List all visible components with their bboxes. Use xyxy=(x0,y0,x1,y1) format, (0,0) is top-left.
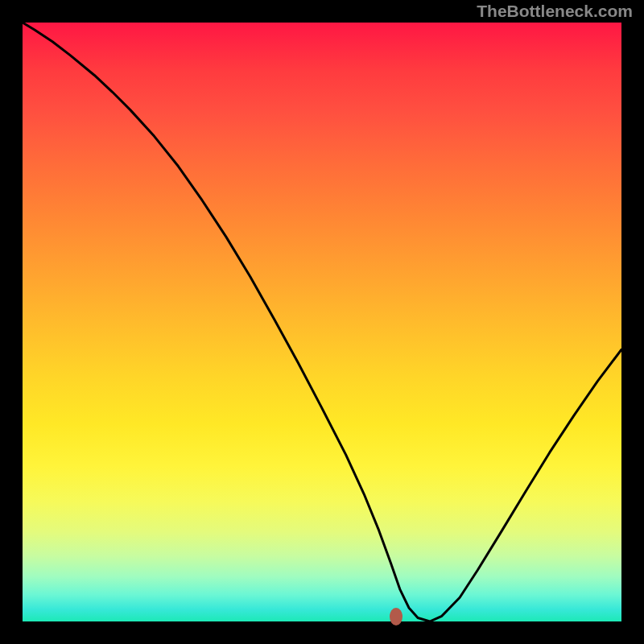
plot-area xyxy=(23,23,621,621)
curve-path xyxy=(23,23,621,621)
curve-line xyxy=(23,23,621,621)
watermark-text: TheBottleneck.com xyxy=(477,2,633,21)
min-marker xyxy=(390,608,402,625)
outer-frame: TheBottleneck.com xyxy=(0,0,644,644)
